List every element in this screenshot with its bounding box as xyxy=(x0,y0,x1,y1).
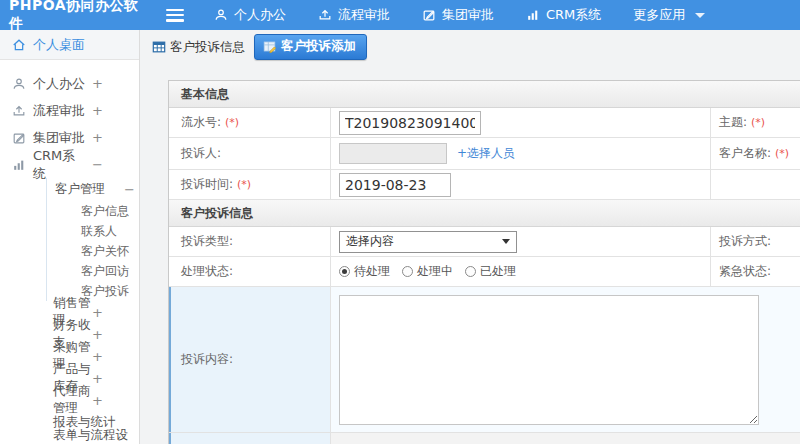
top-navigation: 个人办公 流程审批 集团审批 CRM系统 更多应用 xyxy=(214,6,705,24)
sidebar-item-workflow-approval[interactable]: 流程审批 + xyxy=(0,97,139,124)
sidebar-item-label: 流程审批 xyxy=(33,102,85,120)
sidebar-group-customer-management: 客户管理 − 客户信息 联系人 客户关怀 客户回访 客户投诉 xyxy=(46,178,139,301)
main-content: 客户投诉信息 客户投诉添加 基本信息 流水号:(*) 主题:(*) 投诉人: xyxy=(140,30,800,444)
sidebar-menu: 个人办公 + 流程审批 + 集团审批 + CRM系统 − 客户管理 − 客户信息… xyxy=(0,60,139,444)
user-icon xyxy=(214,8,228,22)
complainant-label: 投诉人: xyxy=(169,138,331,169)
expand-plus-icon[interactable]: + xyxy=(92,103,103,118)
required-marker: (*) xyxy=(237,178,251,191)
serial-label: 流水号:(*) xyxy=(169,108,331,137)
sidebar-item-label: CRM系统 xyxy=(33,147,85,183)
complainant-input[interactable] xyxy=(339,143,447,164)
sidebar-item-personal-desktop[interactable]: 个人桌面 xyxy=(0,30,139,60)
required-marker: (*) xyxy=(751,116,765,129)
sidebar-item-customer-info[interactable]: 客户信息 xyxy=(47,201,139,221)
expand-plus-icon[interactable]: + xyxy=(92,349,103,364)
form-row-process-status: 处理状态: 待处理 处理中 已处理 xyxy=(169,257,800,287)
radio-pending[interactable]: 待处理 xyxy=(339,263,390,280)
expand-plus-icon[interactable]: + xyxy=(92,76,103,91)
nav-crm-system[interactable]: CRM系统 xyxy=(526,6,601,24)
form-row-complaint-type: 投诉类型: 选择内容 投诉方式: xyxy=(169,227,800,257)
sidebar-item-agent-management[interactable]: 代理商管理 + xyxy=(0,389,139,411)
app-logo: PHPOA协同办公软件 xyxy=(0,0,148,33)
complaint-content-textarea[interactable] xyxy=(339,295,759,425)
complaint-add-form: 基本信息 流水号:(*) 主题:(*) 投诉人: +选择人员 客户名称:(* xyxy=(168,80,800,444)
edit-icon xyxy=(422,8,436,22)
tab-complaint-add[interactable]: 客户投诉添加 xyxy=(254,34,367,60)
urgency-status-label: 紧急状态: xyxy=(711,257,800,286)
required-marker: (*) xyxy=(775,147,789,160)
form-row-complaint-date: 投诉时间:(*) xyxy=(169,170,800,200)
sidebar-item-customer-care[interactable]: 客户关怀 xyxy=(47,241,139,261)
chart-icon xyxy=(526,8,540,22)
nav-more-apps[interactable]: 更多应用 xyxy=(633,6,705,24)
complaint-method-label: 投诉方式: xyxy=(711,227,800,256)
process-status-radio-group: 待处理 处理中 已处理 xyxy=(339,263,516,280)
nav-label: 个人办公 xyxy=(234,6,286,24)
expand-plus-icon[interactable]: + xyxy=(92,371,103,386)
tab-bar: 客户投诉信息 客户投诉添加 xyxy=(140,30,800,64)
nav-label: 流程审批 xyxy=(338,6,390,24)
empty-cell xyxy=(711,170,800,199)
serial-input[interactable] xyxy=(339,111,481,135)
expand-plus-icon[interactable]: + xyxy=(92,130,103,145)
expand-minus-icon[interactable]: − xyxy=(124,182,135,197)
complaint-type-select[interactable]: 选择内容 xyxy=(339,231,517,253)
section-header-basic-info: 基本信息 xyxy=(169,81,800,108)
home-icon xyxy=(12,38,26,52)
complaint-type-label: 投诉类型: xyxy=(169,227,331,256)
sidebar-item-crm-system[interactable]: CRM系统 − xyxy=(0,151,139,178)
top-header-bar: PHPOA协同办公软件 个人办公 流程审批 集团审批 CRM系统 更多应用 xyxy=(0,0,800,30)
sidebar-item-customer-management[interactable]: 客户管理 − xyxy=(47,178,139,201)
sidebar-item-contacts[interactable]: 联系人 xyxy=(47,221,139,241)
nav-personal-office[interactable]: 个人办公 xyxy=(214,6,286,24)
expand-plus-icon[interactable]: + xyxy=(92,327,103,342)
add-form-icon xyxy=(263,40,276,53)
menu-toggle-icon[interactable] xyxy=(166,9,184,22)
radio-processed[interactable]: 已处理 xyxy=(465,263,516,280)
select-person-link[interactable]: +选择人员 xyxy=(457,145,515,162)
section-header-complaint-info: 客户投诉信息 xyxy=(169,200,800,227)
complaint-date-input[interactable] xyxy=(339,173,451,197)
complaint-date-label: 投诉时间:(*) xyxy=(169,170,331,199)
nav-workflow-approval[interactable]: 流程审批 xyxy=(318,6,390,24)
sidebar: 个人桌面 个人办公 + 流程审批 + 集团审批 + CRM系统 − 客户管理 − xyxy=(0,30,140,444)
sidebar-item-label: 个人办公 xyxy=(33,75,85,93)
nav-label: 更多应用 xyxy=(633,6,685,24)
edit-icon xyxy=(12,131,26,145)
sidebar-item-label: 个人桌面 xyxy=(33,36,85,54)
flow-icon xyxy=(318,8,332,22)
complaint-content-label: 投诉内容: xyxy=(169,287,331,432)
selected-option: 选择内容 xyxy=(346,233,394,250)
subject-label: 主题:(*) xyxy=(711,108,800,137)
radio-processing[interactable]: 处理中 xyxy=(402,263,453,280)
sidebar-item-label: 集团审批 xyxy=(33,129,85,147)
user-icon xyxy=(12,77,26,91)
customer-name-label: 客户名称:(*) xyxy=(711,138,800,169)
form-row-next-clipped xyxy=(169,433,800,444)
nav-label: CRM系统 xyxy=(546,6,601,24)
expand-plus-icon[interactable]: + xyxy=(92,305,103,320)
sidebar-item-customer-revisit[interactable]: 客户回访 xyxy=(47,261,139,281)
expand-minus-icon[interactable]: − xyxy=(92,157,103,172)
form-row-serial: 流水号:(*) 主题:(*) xyxy=(169,108,800,138)
tab-complaint-info[interactable]: 客户投诉信息 xyxy=(152,39,245,56)
radio-unselected-icon[interactable] xyxy=(465,266,476,277)
sidebar-item-label: 客户管理 xyxy=(55,181,105,198)
table-icon xyxy=(152,40,166,54)
nav-group-approval[interactable]: 集团审批 xyxy=(422,6,494,24)
tab-label: 客户投诉信息 xyxy=(170,39,245,56)
radio-unselected-icon[interactable] xyxy=(402,266,413,277)
expand-plus-icon[interactable]: + xyxy=(92,393,103,408)
caret-down-icon xyxy=(695,13,705,18)
required-marker: (*) xyxy=(225,116,239,129)
flow-icon xyxy=(12,104,26,118)
radio-selected-icon[interactable] xyxy=(339,266,350,277)
sidebar-item-personal-office[interactable]: 个人办公 + xyxy=(0,70,139,97)
process-status-label: 处理状态: xyxy=(169,257,331,286)
chart-icon xyxy=(12,158,26,172)
form-row-complainant: 投诉人: +选择人员 客户名称:(*) xyxy=(169,138,800,170)
form-row-complaint-content: 投诉内容: xyxy=(169,287,800,433)
select-caret-icon xyxy=(502,239,510,244)
sidebar-item-form-workflow-settings[interactable]: 表单与流程设置+ xyxy=(0,433,139,444)
